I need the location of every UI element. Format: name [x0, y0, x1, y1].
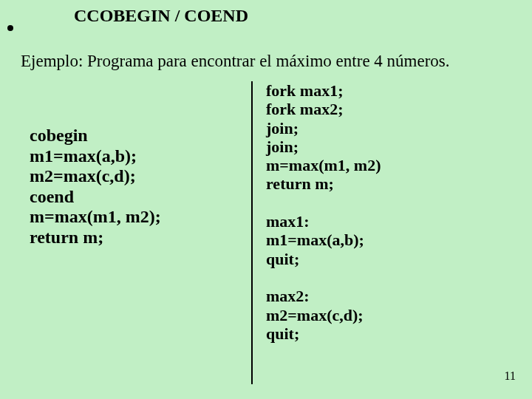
bullet-icon [7, 25, 13, 31]
column-divider [251, 81, 253, 384]
content-columns: cobegin m1=max(a,b); m2=max(c,d); coend … [30, 81, 502, 384]
slide-title: CCOBEGIN / COEND [74, 6, 248, 26]
left-code-block: cobegin m1=max(a,b); m2=max(c,d); coend … [30, 126, 251, 248]
page-number: 11 [505, 369, 516, 383]
slide: CCOBEGIN / COEND Ejemplo: Programa para … [0, 0, 532, 399]
right-code-block: fork max1; fork max2; join; join; m=max(… [266, 81, 502, 343]
example-text: Ejemplo: Programa para encontrar el máxi… [21, 52, 450, 71]
